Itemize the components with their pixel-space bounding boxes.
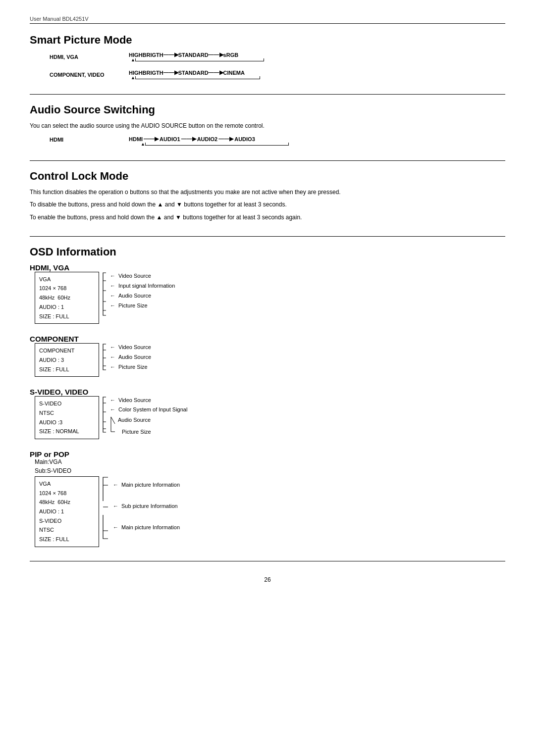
spm-node-standard1: STANDARD	[178, 52, 209, 58]
spm-row-hdmi: HDMI, VGA HIGHBRIGTH ——▶ STANDARD ——▶ sR…	[50, 51, 505, 62]
osd-comp-line3: SIZE : FULL	[39, 365, 95, 374]
osd-label-video-source: ← Video Source	[110, 273, 175, 279]
spm-node-srgb: sRGB	[223, 52, 239, 58]
osd-pip-line4: AUDIO : 1	[39, 507, 95, 516]
audio-switching-desc: You can select the audio source using th…	[30, 121, 505, 131]
spm-label-component: COMPONENT, VIDEO	[50, 72, 129, 78]
osd-pip-label-main-bottom: ← Main picture Information	[113, 524, 180, 530]
osd-box-line2: 1024 × 768	[39, 284, 95, 293]
osd-component-subtitle: COMPONENT	[30, 335, 505, 343]
osd-pip-line7: SIZE : FULL	[39, 535, 95, 544]
osd-comp-line1: COMPONENT	[39, 346, 95, 355]
osd-pip-subtitle: PIP or POP	[30, 450, 505, 458]
osd-svideo-row: S-VIDEO NTSC AUDIO :3 SIZE : NORMAL ← Vi…	[35, 396, 505, 439]
osd-comp-label-video: ← Video Source	[110, 344, 151, 350]
osd-label-input-signal: ← Input signal Information	[110, 283, 175, 289]
audio-node-audio3: AUDIO3	[234, 136, 255, 142]
pip-sub-label: Sub:S-VIDEO	[35, 467, 505, 474]
osd-svideo-line4: SIZE : NORMAL	[39, 427, 95, 436]
osd-label-picture-size: ← Picture Size	[110, 302, 175, 308]
osd-pip-line5: S-VIDEO	[39, 516, 95, 526]
osd-component-box: COMPONENT AUDIO : 3 SIZE : FULL	[35, 343, 99, 377]
osd-hdmi-vga-labels: ← Video Source ← Input signal Informatio…	[110, 272, 175, 312]
osd-component-section: COMPONENT COMPONENT AUDIO : 3 SIZE : FUL…	[30, 335, 505, 377]
osd-box-line1: VGA	[39, 275, 95, 284]
osd-pip-labels: ← Main picture Information ← Sub picture…	[113, 476, 180, 540]
osd-hdmi-vga-row: VGA 1024 × 768 48kHz 60Hz AUDIO : 1 SIZE…	[35, 272, 505, 324]
osd-pip-box: VGA 1024 × 768 48kHz 60Hz AUDIO : 1 S-VI…	[35, 476, 99, 547]
osd-svideo-label-color: ← Color System of Input Signal	[110, 406, 187, 412]
audio-node-hdmi: HDMI	[129, 136, 143, 142]
control-lock-title: Control Lock Mode	[30, 170, 505, 183]
spm-node-cinema: CINEMA	[223, 70, 245, 76]
osd-box-line5: SIZE : FULL	[39, 312, 95, 321]
audio-row-hdmi: HDMI HDMI ——▶ AUDIO1 ——▶ AUDIO2 ——▶ AUDI…	[50, 136, 505, 147]
osd-pip-line3: 48kHz 60Hz	[39, 498, 95, 507]
spm-node-highbrigth2: HIGHBRIGTH	[129, 70, 163, 76]
osd-svideo-bracket	[101, 396, 108, 433]
osd-hdmi-vga-box: VGA 1024 × 768 48kHz 60Hz AUDIO : 1 SIZE…	[35, 272, 99, 324]
spm-label-hdmi: HDMI, VGA	[50, 54, 129, 60]
osd-hdmi-vga-bracket	[101, 272, 108, 316]
pip-main-label: Main:VGA	[35, 458, 505, 465]
audio-node-audio2: AUDIO2	[197, 136, 218, 142]
spm-flow-component: HIGHBRIGTH ——▶ STANDARD ——▶ CINEMA ▲	[129, 69, 260, 80]
osd-svideo-line1: S-VIDEO	[39, 399, 95, 408]
manual-title: User Manual BDL4251V	[30, 16, 89, 22]
osd-svideo-angled-container: Audio Source Picture Size	[110, 417, 187, 435]
osd-svideo-label-video: ← Video Source	[110, 397, 187, 403]
osd-svideo-line3: AUDIO :3	[39, 418, 95, 427]
osd-comp-label-picture: ← Picture Size	[110, 364, 151, 370]
audio-diagram-hdmi: HDMI ——▶ AUDIO1 ——▶ AUDIO2 ——▶ AUDIO3 ▲	[129, 136, 289, 147]
osd-svideo-subtitle: S-VIDEO, VIDEO	[30, 388, 505, 396]
spm-node-standard2: STANDARD	[178, 70, 209, 76]
osd-box-line3: 48kHz 60Hz	[39, 293, 95, 302]
osd-pip-section: PIP or POP Main:VGA Sub:S-VIDEO VGA 1024…	[30, 450, 505, 547]
osd-svideo-line2: NTSC	[39, 408, 95, 418]
audio-switching-section: Audio Source Switching You can select th…	[30, 103, 505, 147]
control-lock-line1: This function disables the operation o b…	[30, 188, 505, 197]
osd-hdmi-vga-subtitle: HDMI, VGA	[30, 263, 505, 272]
osd-component-labels: ← Video Source ← Audio Source ← Picture …	[110, 343, 151, 374]
smart-picture-mode-section: Smart Picture Mode HDMI, VGA HIGHBRIGTH …	[30, 34, 505, 80]
page-footer: 26	[30, 576, 505, 583]
osd-component-bracket	[101, 343, 108, 371]
osd-pip-line2: 1024 × 768	[39, 489, 95, 498]
audio-label-hdmi: HDMI	[50, 136, 129, 143]
osd-info-section: OSD Information HDMI, VGA VGA 1024 × 768…	[30, 246, 505, 547]
osd-svideo-section: S-VIDEO, VIDEO S-VIDEO NTSC AUDIO :3 SIZ…	[30, 388, 505, 439]
osd-comp-line2: AUDIO : 3	[39, 355, 95, 365]
osd-box-line4: AUDIO : 1	[39, 302, 95, 312]
page-number: 26	[264, 576, 270, 583]
osd-comp-label-audio: ← Audio Source	[110, 354, 151, 360]
osd-component-row: COMPONENT AUDIO : 3 SIZE : FULL ← Video …	[35, 343, 505, 377]
osd-pip-label-main-top: ← Main picture Information	[113, 482, 180, 488]
osd-pip-bracket	[101, 476, 111, 540]
smart-picture-mode-title: Smart Picture Mode	[30, 34, 505, 47]
spm-node-highbrigth1: HIGHBRIGTH	[129, 52, 163, 58]
osd-label-audio-source: ← Audio Source	[110, 293, 175, 299]
spm-flow-hdmi: HIGHBRIGTH ——▶ STANDARD ——▶ sRGB ▲	[129, 51, 264, 62]
control-lock-line2: To disable the buttons, press and hold d…	[30, 200, 505, 209]
osd-svideo-labels: ← Video Source ← Color System of Input S…	[110, 396, 187, 435]
audio-node-audio1: AUDIO1	[160, 136, 180, 142]
osd-svideo-label-audio: Audio Source	[118, 417, 151, 423]
control-lock-section: Control Lock Mode This function disables…	[30, 170, 505, 222]
audio-switching-title: Audio Source Switching	[30, 103, 505, 116]
osd-pip-line6: NTSC	[39, 525, 95, 535]
spm-row-component: COMPONENT, VIDEO HIGHBRIGTH ——▶ STANDARD…	[50, 69, 505, 80]
osd-info-title: OSD Information	[30, 246, 505, 258]
osd-pip-row: VGA 1024 × 768 48kHz 60Hz AUDIO : 1 S-VI…	[35, 476, 505, 547]
osd-svideo-label-picture: Picture Size	[122, 429, 151, 435]
page-header: User Manual BDL4251V	[30, 15, 505, 22]
osd-hdmi-vga-section: HDMI, VGA VGA 1024 × 768 48kHz 60Hz AUDI…	[30, 263, 505, 324]
osd-pip-line1: VGA	[39, 479, 95, 489]
bracket-svg	[101, 272, 108, 316]
svg-line-11	[111, 417, 115, 424]
control-lock-line3: To enable the buttons, press and hold do…	[30, 213, 505, 222]
osd-pip-label-sub: ← Sub picture Information	[113, 503, 180, 509]
osd-svideo-box: S-VIDEO NTSC AUDIO :3 SIZE : NORMAL	[35, 396, 99, 439]
